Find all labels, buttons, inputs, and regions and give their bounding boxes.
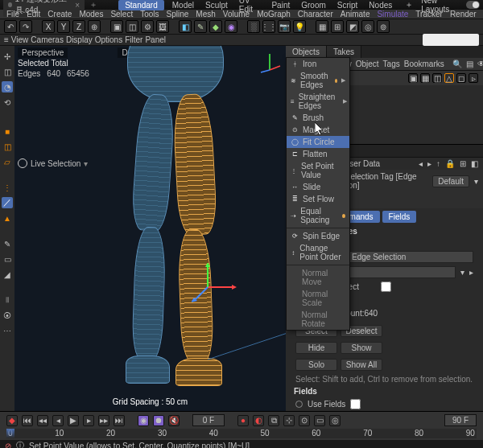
menu-render[interactable]: Render [448,10,479,18]
ctx-magnet[interactable]: ⊙Magnet [287,124,349,136]
menu-character[interactable]: Character [295,10,336,18]
point-mode-icon[interactable]: ⋮ [2,182,13,193]
om-flt2-icon[interactable]: ▦ [420,73,430,83]
prop-expose-checkbox[interactable] [381,282,391,292]
coord-world-icon[interactable]: ⊕ [88,20,101,33]
last-tool-icon[interactable]: ⟲ [2,97,13,108]
cloner-icon[interactable]: ⋮⋮ [262,20,275,33]
tool-caret-icon[interactable]: ▾ [84,159,88,168]
om-filter-icon[interactable]: ▤ [466,60,473,68]
tl-linkxyz-icon[interactable]: ⧉ [268,415,279,426]
symmetry-icon[interactable]: ⦀ [2,294,13,306]
attr-back-icon[interactable]: ◂ [419,159,423,168]
tl-nextkey-icon[interactable]: ▸▸ [98,415,109,426]
extra-tool-icon[interactable]: ⋯ [2,325,13,336]
om-eye-icon[interactable]: 👁 [477,60,483,68]
ctx-straighten-edges[interactable]: ≡Straighten Edges▶ [287,91,349,112]
close-icon[interactable]: × [75,1,80,10]
transform-gizmo-icon[interactable] [192,263,240,311]
om-menu-tags[interactable]: Tags [383,60,400,68]
ctx-smooth-edges[interactable]: ≋Smooth Edges▶ [287,70,349,91]
texture-mode-icon[interactable]: ◫ [2,141,13,152]
vp-menu-options[interactable]: Options [95,35,122,44]
hamburger-icon[interactable]: ≡ [4,35,9,44]
primitive-cube-icon[interactable]: ◧ [179,20,192,33]
workplane-icon[interactable]: ◩ [346,20,359,33]
om-search-icon[interactable]: 🔍 [452,60,462,68]
om-flt3-icon[interactable]: ◫ [432,73,442,83]
layer-caret-icon[interactable]: ▾ [460,268,464,277]
more-icon[interactable]: ⊚ [377,20,390,33]
menu-spline[interactable]: Spline [164,10,192,18]
ui-toggle[interactable] [466,1,480,9]
snap-icon[interactable]: ⊞ [331,20,344,33]
usefields-radio[interactable] [295,401,303,408]
ctx-slide[interactable]: ↔Slide [287,181,349,193]
tab-nodes[interactable]: Nodes [365,1,395,10]
ctx-normal-move[interactable]: Normal Move [287,267,349,288]
preset-caret-icon[interactable]: ▾ [474,177,478,186]
render-region-icon[interactable]: ◫ [126,20,138,33]
tl-parampos-icon[interactable]: ⊹ [283,415,295,426]
perspective-viewport[interactable]: Perspective Default Camera Selected Tota… [14,46,286,411]
prop-name-input[interactable] [349,251,473,263]
prop-layer-input[interactable] [347,266,456,278]
tl-paramrot-icon[interactable]: ⊙ [299,415,310,426]
vp-menu-view[interactable]: View [11,35,29,44]
tab-groom[interactable]: Groom [298,1,329,10]
ctx-set-flow[interactable]: ≣Set Flow [287,193,349,205]
tl-play-icon[interactable]: ▶ [68,415,79,426]
tl-paramscl-icon[interactable]: ▭ [314,415,325,426]
menu-select[interactable]: Select [108,10,135,18]
ctx-fit-circle[interactable]: ◯Fit Circle [287,136,349,148]
ctx-brush[interactable]: ✎Brush [287,112,349,124]
btn-show[interactable]: Show [341,342,382,354]
menu-simulate[interactable]: Simulate [374,10,411,18]
tab-model[interactable]: Model [169,1,197,10]
axis-x-icon[interactable]: X [42,20,55,33]
om-flt6-icon[interactable]: ▹ [469,73,478,83]
menu-mesh[interactable]: Mesh [193,10,217,18]
attr-fwd-icon[interactable]: ▸ [427,159,431,168]
render-view-icon[interactable]: ▣ [110,20,123,33]
status-close-icon[interactable]: ⊘ [5,442,11,449]
field-icon[interactable]: ░ [247,20,260,33]
scale-tool-icon[interactable]: ◫ [2,66,13,77]
deformer-icon[interactable]: ◉ [225,20,237,33]
command-search-input[interactable] [423,34,479,46]
tl-autokey-icon[interactable]: ◉ [138,415,149,426]
tab-objects[interactable]: Objects [286,46,327,58]
ctx-change-point-order[interactable]: ↕Change Point Order [287,242,349,263]
undo-icon[interactable]: ↶ [4,20,17,33]
btn-solo[interactable]: Solo [295,359,337,371]
viewport-solo-icon[interactable]: ▭ [2,253,13,265]
vp-menu-display[interactable]: Display [66,35,93,44]
light-icon[interactable]: 💡 [293,20,306,33]
ctx-set-point-value[interactable]: ⋮Set Point Value [287,160,349,181]
workplane-mode-icon[interactable]: ▱ [2,156,13,167]
tl-paramall-icon[interactable]: ◎ [329,415,341,426]
tab-sculpt[interactable]: Sculpt [202,1,231,10]
model-mode-icon[interactable]: ■ [2,125,13,137]
move-tool-icon[interactable]: ✢ [2,51,13,62]
tl-prev-icon[interactable]: ◂ [52,415,64,426]
poly-mode-icon[interactable]: ▲ [2,212,13,224]
quantize-icon[interactable]: ◎ [361,20,374,33]
menu-animate[interactable]: Animate [338,10,373,18]
menu-modes[interactable]: Modes [76,10,105,18]
generator-icon[interactable]: ◆ [209,20,222,33]
preset-dropdown[interactable]: Default [432,175,469,187]
tl-end-frame[interactable]: 90 F [444,414,477,426]
ctx-equal-spacing[interactable]: ⇢Equal Spacing [287,205,349,226]
menu-mograph[interactable]: MoGraph [254,10,293,18]
attr-lock-icon[interactable]: 🔒 [445,159,455,168]
axis-z-icon[interactable]: Z [72,20,85,33]
om-flt1-icon[interactable]: ▣ [408,73,418,83]
picture-viewer-icon[interactable]: 🖼 [156,20,169,33]
ctx-flatten[interactable]: ⊏Flatten [287,148,349,160]
vp-menu-filter[interactable]: Filter [125,35,142,44]
menu-edit[interactable]: Edit [24,10,43,18]
camera-icon[interactable]: 📷 [278,20,291,33]
tab-script[interactable]: Script [334,1,361,10]
ctx-normal-rotate[interactable]: Normal Rotate [287,309,349,330]
